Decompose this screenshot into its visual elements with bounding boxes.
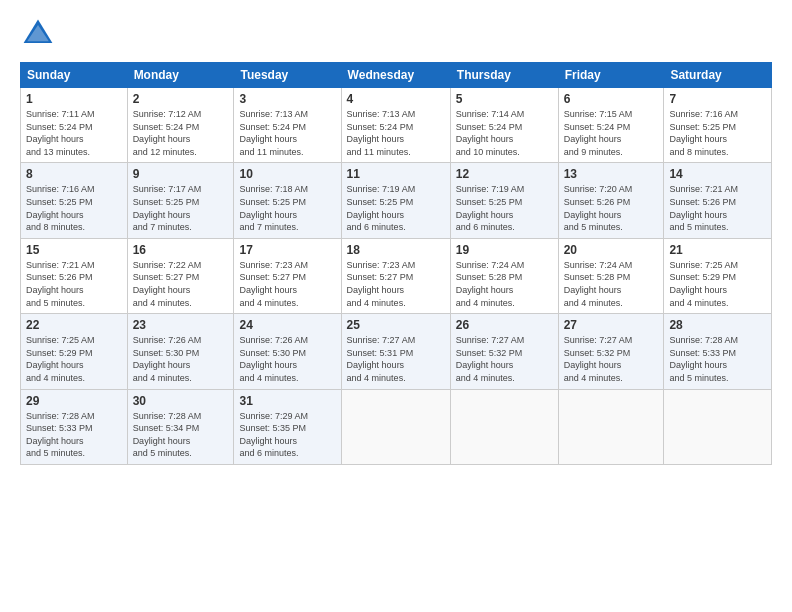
- calendar-cell: 30Sunrise: 7:28 AMSunset: 5:34 PMDayligh…: [127, 389, 234, 464]
- day-info: Sunrise: 7:25 AMSunset: 5:29 PMDaylight …: [26, 334, 122, 384]
- day-info: Sunrise: 7:15 AMSunset: 5:24 PMDaylight …: [564, 108, 659, 158]
- day-number: 4: [347, 92, 445, 106]
- day-number: 21: [669, 243, 766, 257]
- calendar-cell: 31Sunrise: 7:29 AMSunset: 5:35 PMDayligh…: [234, 389, 341, 464]
- calendar-cell: 18Sunrise: 7:23 AMSunset: 5:27 PMDayligh…: [341, 238, 450, 313]
- calendar-cell: 19Sunrise: 7:24 AMSunset: 5:28 PMDayligh…: [450, 238, 558, 313]
- calendar-table: SundayMondayTuesdayWednesdayThursdayFrid…: [20, 62, 772, 465]
- day-info: Sunrise: 7:25 AMSunset: 5:29 PMDaylight …: [669, 259, 766, 309]
- day-number: 25: [347, 318, 445, 332]
- weekday-header: Wednesday: [341, 63, 450, 88]
- calendar-cell: 23Sunrise: 7:26 AMSunset: 5:30 PMDayligh…: [127, 314, 234, 389]
- calendar-cell: 2Sunrise: 7:12 AMSunset: 5:24 PMDaylight…: [127, 88, 234, 163]
- day-number: 26: [456, 318, 553, 332]
- day-info: Sunrise: 7:28 AMSunset: 5:34 PMDaylight …: [133, 410, 229, 460]
- day-info: Sunrise: 7:29 AMSunset: 5:35 PMDaylight …: [239, 410, 335, 460]
- calendar-cell: 24Sunrise: 7:26 AMSunset: 5:30 PMDayligh…: [234, 314, 341, 389]
- day-info: Sunrise: 7:18 AMSunset: 5:25 PMDaylight …: [239, 183, 335, 233]
- day-info: Sunrise: 7:24 AMSunset: 5:28 PMDaylight …: [456, 259, 553, 309]
- day-number: 2: [133, 92, 229, 106]
- weekday-header: Sunday: [21, 63, 128, 88]
- calendar-cell: 26Sunrise: 7:27 AMSunset: 5:32 PMDayligh…: [450, 314, 558, 389]
- day-number: 18: [347, 243, 445, 257]
- calendar-cell: 16Sunrise: 7:22 AMSunset: 5:27 PMDayligh…: [127, 238, 234, 313]
- day-info: Sunrise: 7:23 AMSunset: 5:27 PMDaylight …: [347, 259, 445, 309]
- header: [20, 16, 772, 52]
- calendar-cell: 29Sunrise: 7:28 AMSunset: 5:33 PMDayligh…: [21, 389, 128, 464]
- day-number: 15: [26, 243, 122, 257]
- day-info: Sunrise: 7:13 AMSunset: 5:24 PMDaylight …: [239, 108, 335, 158]
- logo-icon: [20, 16, 56, 52]
- calendar-header-row: SundayMondayTuesdayWednesdayThursdayFrid…: [21, 63, 772, 88]
- calendar-week-row: 29Sunrise: 7:28 AMSunset: 5:33 PMDayligh…: [21, 389, 772, 464]
- day-info: Sunrise: 7:26 AMSunset: 5:30 PMDaylight …: [239, 334, 335, 384]
- day-number: 19: [456, 243, 553, 257]
- day-number: 30: [133, 394, 229, 408]
- day-info: Sunrise: 7:28 AMSunset: 5:33 PMDaylight …: [669, 334, 766, 384]
- day-number: 29: [26, 394, 122, 408]
- calendar-week-row: 15Sunrise: 7:21 AMSunset: 5:26 PMDayligh…: [21, 238, 772, 313]
- day-info: Sunrise: 7:20 AMSunset: 5:26 PMDaylight …: [564, 183, 659, 233]
- day-info: Sunrise: 7:11 AMSunset: 5:24 PMDaylight …: [26, 108, 122, 158]
- calendar-cell: [664, 389, 772, 464]
- day-number: 11: [347, 167, 445, 181]
- day-info: Sunrise: 7:16 AMSunset: 5:25 PMDaylight …: [26, 183, 122, 233]
- day-info: Sunrise: 7:27 AMSunset: 5:31 PMDaylight …: [347, 334, 445, 384]
- day-info: Sunrise: 7:19 AMSunset: 5:25 PMDaylight …: [456, 183, 553, 233]
- day-info: Sunrise: 7:21 AMSunset: 5:26 PMDaylight …: [669, 183, 766, 233]
- calendar-cell: 8Sunrise: 7:16 AMSunset: 5:25 PMDaylight…: [21, 163, 128, 238]
- calendar-cell: 6Sunrise: 7:15 AMSunset: 5:24 PMDaylight…: [558, 88, 664, 163]
- calendar-cell: 9Sunrise: 7:17 AMSunset: 5:25 PMDaylight…: [127, 163, 234, 238]
- calendar-cell: 3Sunrise: 7:13 AMSunset: 5:24 PMDaylight…: [234, 88, 341, 163]
- calendar-cell: 28Sunrise: 7:28 AMSunset: 5:33 PMDayligh…: [664, 314, 772, 389]
- day-info: Sunrise: 7:19 AMSunset: 5:25 PMDaylight …: [347, 183, 445, 233]
- day-info: Sunrise: 7:27 AMSunset: 5:32 PMDaylight …: [456, 334, 553, 384]
- calendar-cell: 21Sunrise: 7:25 AMSunset: 5:29 PMDayligh…: [664, 238, 772, 313]
- calendar-cell: 1Sunrise: 7:11 AMSunset: 5:24 PMDaylight…: [21, 88, 128, 163]
- day-info: Sunrise: 7:14 AMSunset: 5:24 PMDaylight …: [456, 108, 553, 158]
- calendar-cell: 15Sunrise: 7:21 AMSunset: 5:26 PMDayligh…: [21, 238, 128, 313]
- day-info: Sunrise: 7:26 AMSunset: 5:30 PMDaylight …: [133, 334, 229, 384]
- day-number: 28: [669, 318, 766, 332]
- day-number: 23: [133, 318, 229, 332]
- day-number: 13: [564, 167, 659, 181]
- calendar-cell: 4Sunrise: 7:13 AMSunset: 5:24 PMDaylight…: [341, 88, 450, 163]
- day-info: Sunrise: 7:22 AMSunset: 5:27 PMDaylight …: [133, 259, 229, 309]
- calendar-week-row: 1Sunrise: 7:11 AMSunset: 5:24 PMDaylight…: [21, 88, 772, 163]
- calendar-cell: 17Sunrise: 7:23 AMSunset: 5:27 PMDayligh…: [234, 238, 341, 313]
- day-number: 17: [239, 243, 335, 257]
- day-number: 12: [456, 167, 553, 181]
- day-number: 1: [26, 92, 122, 106]
- calendar-week-row: 8Sunrise: 7:16 AMSunset: 5:25 PMDaylight…: [21, 163, 772, 238]
- day-number: 8: [26, 167, 122, 181]
- calendar-cell: 13Sunrise: 7:20 AMSunset: 5:26 PMDayligh…: [558, 163, 664, 238]
- day-number: 10: [239, 167, 335, 181]
- calendar-cell: 22Sunrise: 7:25 AMSunset: 5:29 PMDayligh…: [21, 314, 128, 389]
- day-number: 31: [239, 394, 335, 408]
- day-number: 20: [564, 243, 659, 257]
- weekday-header: Monday: [127, 63, 234, 88]
- calendar-cell: [558, 389, 664, 464]
- weekday-header: Saturday: [664, 63, 772, 88]
- day-number: 3: [239, 92, 335, 106]
- day-info: Sunrise: 7:17 AMSunset: 5:25 PMDaylight …: [133, 183, 229, 233]
- day-info: Sunrise: 7:12 AMSunset: 5:24 PMDaylight …: [133, 108, 229, 158]
- day-info: Sunrise: 7:24 AMSunset: 5:28 PMDaylight …: [564, 259, 659, 309]
- day-number: 16: [133, 243, 229, 257]
- calendar-cell: 27Sunrise: 7:27 AMSunset: 5:32 PMDayligh…: [558, 314, 664, 389]
- day-info: Sunrise: 7:27 AMSunset: 5:32 PMDaylight …: [564, 334, 659, 384]
- day-number: 14: [669, 167, 766, 181]
- day-number: 9: [133, 167, 229, 181]
- day-info: Sunrise: 7:23 AMSunset: 5:27 PMDaylight …: [239, 259, 335, 309]
- day-number: 24: [239, 318, 335, 332]
- weekday-header: Friday: [558, 63, 664, 88]
- calendar-week-row: 22Sunrise: 7:25 AMSunset: 5:29 PMDayligh…: [21, 314, 772, 389]
- logo: [20, 16, 60, 52]
- calendar-cell: [450, 389, 558, 464]
- calendar-cell: 7Sunrise: 7:16 AMSunset: 5:25 PMDaylight…: [664, 88, 772, 163]
- page: SundayMondayTuesdayWednesdayThursdayFrid…: [0, 0, 792, 481]
- day-info: Sunrise: 7:28 AMSunset: 5:33 PMDaylight …: [26, 410, 122, 460]
- calendar-cell: 11Sunrise: 7:19 AMSunset: 5:25 PMDayligh…: [341, 163, 450, 238]
- calendar-cell: [341, 389, 450, 464]
- day-number: 27: [564, 318, 659, 332]
